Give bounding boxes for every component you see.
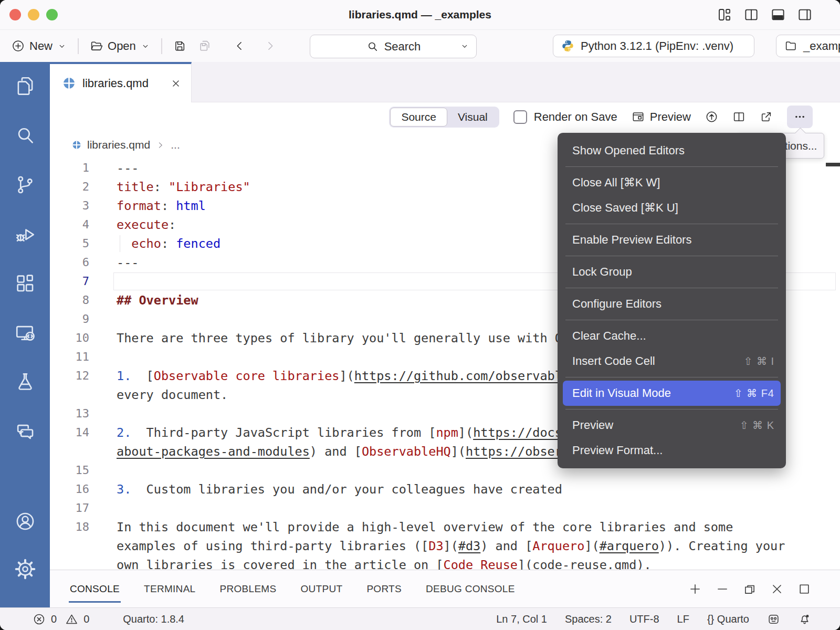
interpreter-selector[interactable]: Python 3.12.1 (PipEnv: .venv): [553, 35, 754, 57]
code-line[interactable]: examples of using third-party libraries …: [50, 537, 840, 555]
save-all-icon: [198, 39, 212, 52]
panel-tab-debug-console[interactable]: DEBUG CONSOLE: [426, 570, 515, 607]
explorer-icon[interactable]: [14, 75, 36, 97]
code-token: #arquero: [600, 539, 659, 553]
menu-item[interactable]: Close All [⌘K W]: [558, 170, 786, 195]
menu-item-label: Insert Code Cell: [572, 354, 655, 368]
code-line[interactable]: own libraries is covered in the article …: [50, 555, 840, 570]
feedback-smiley-icon[interactable]: [767, 613, 780, 626]
menu-item[interactable]: Insert Code Cell⇧ ⌘ I: [558, 349, 786, 374]
code-token: Third-party JavaScript libraries from [: [131, 425, 436, 440]
render-on-save: Render on Save: [513, 110, 617, 124]
menu-separator: [565, 288, 778, 288]
warning-count[interactable]: 0: [83, 613, 89, 625]
toggle-panel-icon[interactable]: [770, 7, 786, 23]
menu-item-label: Preview Format...: [572, 444, 663, 457]
testing-flask-icon[interactable]: [14, 371, 36, 393]
visual-mode-button[interactable]: Visual: [447, 108, 498, 127]
close-tab-icon[interactable]: [170, 78, 182, 89]
customize-layout-icon[interactable]: [717, 7, 732, 23]
code-line[interactable]: 163. Custom libraries you and/or your co…: [50, 480, 840, 499]
restore-panel-button[interactable]: [743, 582, 757, 596]
cursor-position[interactable]: Ln 7, Col 1: [496, 613, 547, 625]
preview-button[interactable]: Preview: [632, 110, 691, 124]
code-token: :: [161, 198, 176, 213]
code-token: 3.: [117, 482, 131, 497]
menu-item-label: Show Opened Editors: [572, 144, 685, 158]
publish-icon[interactable]: [705, 110, 718, 123]
split-editor-icon[interactable]: [732, 110, 746, 123]
open-external-icon[interactable]: [760, 110, 773, 123]
panel-tab-problems[interactable]: PROBLEMS: [219, 570, 276, 607]
menu-item-label: Configure Editors: [572, 297, 662, 311]
new-console-button[interactable]: [688, 582, 702, 596]
save-icon[interactable]: [173, 39, 186, 52]
new-button[interactable]: New: [12, 39, 67, 53]
close-panel-button[interactable]: [770, 582, 784, 596]
menu-item[interactable]: Close Saved [⌘K U]: [558, 195, 786, 220]
code-token: ](: [458, 425, 473, 440]
code-token: title: [117, 180, 154, 194]
error-count[interactable]: 0: [51, 613, 57, 625]
menu-item[interactable]: Edit in Visual Mode⇧ ⌘ F4: [563, 381, 781, 406]
toolbar-divider: [161, 38, 162, 54]
open-button[interactable]: Open: [90, 39, 150, 53]
menu-item[interactable]: Clear Cache...: [558, 323, 786, 349]
code-line[interactable]: 18In this document we'll provide a high-…: [50, 518, 840, 537]
warning-icon[interactable]: [65, 613, 78, 626]
code-token: npm: [436, 425, 458, 440]
code-token: code-reuse.qmd: [532, 558, 636, 570]
notifications-bell-icon[interactable]: [798, 613, 811, 626]
back-icon[interactable]: [233, 39, 246, 52]
panel-tab-terminal[interactable]: TERMINAL: [144, 570, 195, 607]
indentation[interactable]: Spaces: 2: [565, 613, 612, 625]
menu-item[interactable]: Show Opened Editors: [558, 138, 786, 163]
menu-separator: [565, 224, 778, 224]
interpreter-label: Python 3.12.1 (PipEnv: .venv): [581, 39, 733, 53]
language-mode[interactable]: {} Quarto: [707, 613, 749, 625]
menu-separator: [565, 377, 778, 377]
code-token: [117, 236, 131, 251]
menu-item[interactable]: Lock Group: [558, 259, 786, 285]
render-on-save-checkbox[interactable]: [513, 110, 527, 124]
chevron-down-icon[interactable]: [460, 41, 469, 51]
run-and-debug-icon[interactable]: [14, 223, 36, 245]
encoding[interactable]: UTF-8: [629, 613, 659, 625]
code-token: Observable core libraries: [154, 369, 340, 383]
more-actions-button[interactable]: [787, 106, 813, 128]
menu-separator: [565, 409, 778, 410]
code-token: ](: [451, 444, 466, 459]
code-token: echo: [131, 236, 161, 251]
workspace-selector[interactable]: _examples: [776, 35, 840, 57]
split-editor-layout-icon[interactable]: [743, 7, 759, 23]
menu-item[interactable]: Preview⇧ ⌘ K: [558, 413, 786, 438]
panel-tab-output[interactable]: OUTPUT: [300, 570, 342, 607]
preview-label: Preview: [650, 110, 691, 124]
menu-item[interactable]: Preview Format...: [558, 438, 786, 463]
search-icon[interactable]: [14, 124, 36, 146]
breadcrumb-more[interactable]: ...: [171, 139, 180, 151]
menu-item[interactable]: Enable Preview Editors: [558, 227, 786, 253]
account-icon[interactable]: [14, 510, 36, 532]
extensions-icon[interactable]: [14, 272, 36, 295]
render-on-save-label: Render on Save: [534, 110, 617, 124]
search-input[interactable]: Search: [310, 35, 477, 58]
source-mode-button[interactable]: Source: [390, 108, 447, 127]
comments-icon[interactable]: [14, 421, 36, 443]
breadcrumb-file[interactable]: libraries.qmd: [87, 139, 150, 151]
quarto-version[interactable]: Quarto: 1.8.4: [123, 613, 184, 625]
settings-gear-icon[interactable]: [14, 558, 36, 580]
panel-tab-ports[interactable]: PORTS: [366, 570, 402, 607]
toggle-secondary-sidebar-icon[interactable]: [797, 7, 813, 23]
maximize-panel-button[interactable]: [797, 582, 811, 596]
source-control-icon[interactable]: [14, 174, 36, 196]
minimize-panel-button[interactable]: [716, 582, 729, 596]
panel-tab-console[interactable]: CONSOLE: [70, 570, 120, 607]
code-line[interactable]: 17: [50, 499, 840, 518]
line-number: 18: [50, 518, 89, 537]
editor-tab-libraries[interactable]: libraries.qmd: [50, 62, 192, 102]
sessions-icon[interactable]: [14, 322, 36, 344]
eol-sequence[interactable]: LF: [677, 613, 689, 625]
menu-item[interactable]: Configure Editors: [558, 291, 786, 317]
error-icon[interactable]: [33, 613, 46, 626]
